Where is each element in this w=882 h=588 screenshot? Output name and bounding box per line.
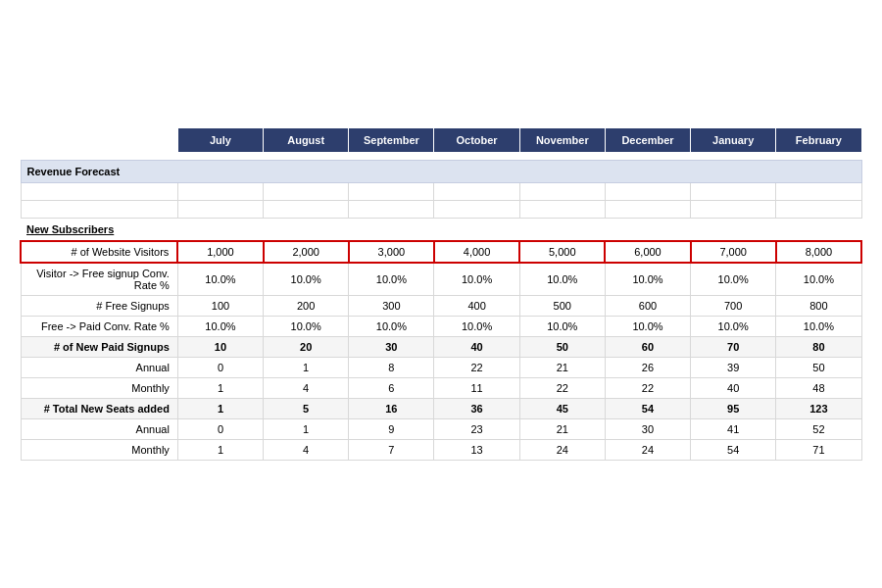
monthly-1-oct: 11 bbox=[434, 378, 519, 399]
free-signups-jul: 100 bbox=[177, 296, 263, 317]
annual-2-nov: 21 bbox=[519, 419, 605, 440]
free-signups-oct: 400 bbox=[434, 296, 519, 317]
visitor-conv-jul: 10.0% bbox=[177, 263, 263, 296]
annual-1-jan: 39 bbox=[691, 358, 776, 378]
free-paid-conv-aug: 10.0% bbox=[264, 317, 349, 337]
website-visitors-label: # of Website Visitors bbox=[21, 241, 177, 263]
free-signups-feb: 800 bbox=[776, 296, 861, 317]
total-new-seats-label: # Total New Seats added bbox=[21, 399, 177, 419]
total-seats-jul: 1 bbox=[177, 399, 263, 419]
free-paid-conv-jan: 10.0% bbox=[691, 317, 776, 337]
header-december: December bbox=[605, 128, 690, 153]
empty-row-1 bbox=[21, 183, 861, 201]
total-seats-sep: 16 bbox=[349, 399, 434, 419]
free-paid-conv-jul: 10.0% bbox=[177, 317, 263, 337]
visitor-conv-oct: 10.0% bbox=[434, 263, 519, 296]
monthly-2-oct: 13 bbox=[434, 440, 519, 461]
free-paid-conv-sep: 10.0% bbox=[349, 317, 434, 337]
free-signups-nov: 500 bbox=[519, 296, 605, 317]
website-visitors-jan: 7,000 bbox=[691, 241, 776, 263]
annual-row-1: Annual 0 1 8 22 21 26 39 50 bbox=[21, 358, 861, 378]
annual-2-oct: 23 bbox=[434, 419, 519, 440]
visitor-conv-rate-label: Visitor -> Free signup Conv. Rate % bbox=[21, 263, 177, 296]
monthly-row-1: Monthly 1 4 6 11 22 22 40 48 bbox=[21, 378, 861, 399]
website-visitors-aug: 2,000 bbox=[264, 241, 349, 263]
free-signups-jan: 700 bbox=[691, 296, 776, 317]
revenue-forecast-label: Revenue Forecast bbox=[21, 161, 861, 183]
new-paid-signups-row: # of New Paid Signups 10 20 30 40 50 60 … bbox=[21, 337, 861, 358]
monthly-2-dec: 24 bbox=[605, 440, 690, 461]
visitor-conv-jan: 10.0% bbox=[691, 263, 776, 296]
header-label-cell bbox=[21, 128, 177, 153]
monthly-2-aug: 4 bbox=[264, 440, 349, 461]
visitor-conv-nov: 10.0% bbox=[519, 263, 605, 296]
new-subscribers-title-row: New Subscribers bbox=[21, 219, 861, 242]
new-paid-signups-jan: 70 bbox=[691, 337, 776, 358]
website-visitors-sep: 3,000 bbox=[349, 241, 434, 263]
annual-2-sep: 9 bbox=[349, 419, 434, 440]
annual-1-oct: 22 bbox=[434, 358, 519, 378]
free-signups-aug: 200 bbox=[264, 296, 349, 317]
header-july: July bbox=[177, 128, 263, 153]
annual-1-nov: 21 bbox=[519, 358, 605, 378]
total-seats-feb: 123 bbox=[776, 399, 861, 419]
spacer-row-1 bbox=[21, 153, 861, 161]
total-seats-jan: 95 bbox=[691, 399, 776, 419]
website-visitors-oct: 4,000 bbox=[434, 241, 519, 263]
header-row: July August September October November D… bbox=[21, 128, 861, 153]
annual-1-feb: 50 bbox=[776, 358, 861, 378]
annual-row-2: Annual 0 1 9 23 21 30 41 52 bbox=[21, 419, 861, 440]
header-february: February bbox=[776, 128, 861, 153]
monthly-1-dec: 22 bbox=[605, 378, 690, 399]
visitor-conv-sep: 10.0% bbox=[349, 263, 434, 296]
annual-2-jan: 41 bbox=[691, 419, 776, 440]
new-paid-signups-nov: 50 bbox=[519, 337, 605, 358]
monthly-label-1: Monthly bbox=[21, 378, 177, 399]
free-paid-conv-dec: 10.0% bbox=[605, 317, 690, 337]
empty-row-2 bbox=[21, 201, 861, 219]
header-october: October bbox=[434, 128, 519, 153]
new-paid-signups-sep: 30 bbox=[349, 337, 434, 358]
total-seats-aug: 5 bbox=[264, 399, 349, 419]
spreadsheet-container: July August September October November D… bbox=[20, 127, 862, 461]
monthly-2-nov: 24 bbox=[519, 440, 605, 461]
annual-2-aug: 1 bbox=[264, 419, 349, 440]
new-subscribers-label: New Subscribers bbox=[21, 219, 861, 242]
total-new-seats-row: # Total New Seats added 1 5 16 36 45 54 … bbox=[21, 399, 861, 419]
monthly-1-aug: 4 bbox=[264, 378, 349, 399]
annual-1-jul: 0 bbox=[177, 358, 263, 378]
visitor-conv-rate-row: Visitor -> Free signup Conv. Rate % 10.0… bbox=[21, 263, 861, 296]
header-august: August bbox=[264, 128, 349, 153]
annual-1-sep: 8 bbox=[349, 358, 434, 378]
monthly-1-jan: 40 bbox=[691, 378, 776, 399]
visitor-conv-feb: 10.0% bbox=[776, 263, 861, 296]
monthly-2-jul: 1 bbox=[177, 440, 263, 461]
website-visitors-feb: 8,000 bbox=[776, 241, 861, 263]
annual-1-dec: 26 bbox=[605, 358, 690, 378]
free-paid-conv-oct: 10.0% bbox=[434, 317, 519, 337]
annual-label-1: Annual bbox=[21, 358, 177, 378]
new-paid-signups-feb: 80 bbox=[776, 337, 861, 358]
annual-1-aug: 1 bbox=[264, 358, 349, 378]
monthly-1-jul: 1 bbox=[177, 378, 263, 399]
new-paid-signups-label: # of New Paid Signups bbox=[21, 337, 177, 358]
header-september: September bbox=[349, 128, 434, 153]
annual-label-2: Annual bbox=[21, 419, 177, 440]
free-signups-row: # Free Signups 100 200 300 400 500 600 7… bbox=[21, 296, 861, 317]
website-visitors-nov: 5,000 bbox=[519, 241, 605, 263]
free-paid-conv-nov: 10.0% bbox=[519, 317, 605, 337]
monthly-2-jan: 54 bbox=[691, 440, 776, 461]
free-signups-label: # Free Signups bbox=[21, 296, 177, 317]
monthly-1-feb: 48 bbox=[776, 378, 861, 399]
annual-2-dec: 30 bbox=[605, 419, 690, 440]
website-visitors-jul: 1,000 bbox=[177, 241, 263, 263]
monthly-2-feb: 71 bbox=[776, 440, 861, 461]
revenue-forecast-title-row: Revenue Forecast bbox=[21, 161, 861, 183]
free-paid-conv-label: Free -> Paid Conv. Rate % bbox=[21, 317, 177, 337]
new-paid-signups-aug: 20 bbox=[264, 337, 349, 358]
total-seats-oct: 36 bbox=[434, 399, 519, 419]
total-seats-dec: 54 bbox=[605, 399, 690, 419]
visitor-conv-dec: 10.0% bbox=[605, 263, 690, 296]
annual-2-jul: 0 bbox=[177, 419, 263, 440]
free-signups-dec: 600 bbox=[605, 296, 690, 317]
